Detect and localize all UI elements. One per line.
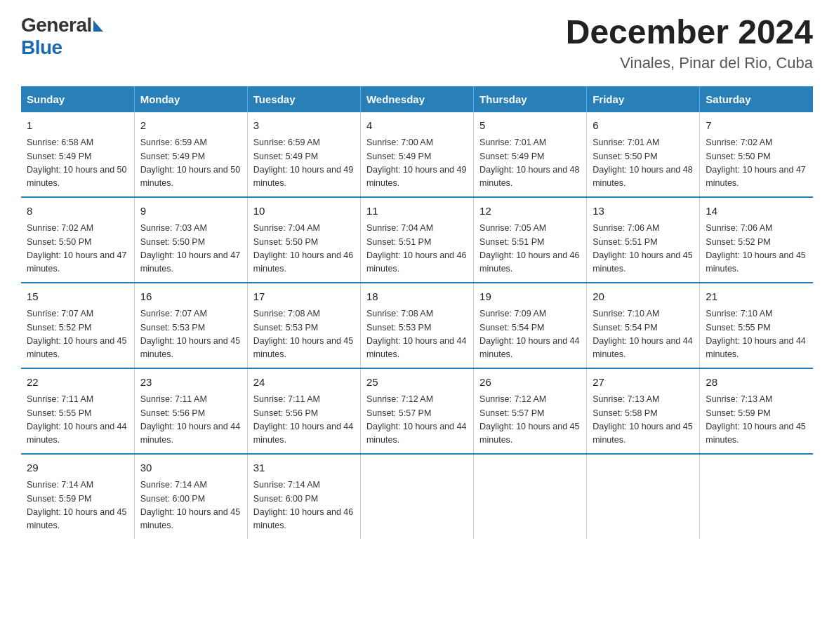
- day-cell: 28Sunrise: 7:13 AMSunset: 5:59 PMDayligh…: [700, 368, 813, 454]
- day-cell: 16Sunrise: 7:07 AMSunset: 5:53 PMDayligh…: [134, 283, 247, 368]
- day-cell: 27Sunrise: 7:13 AMSunset: 5:58 PMDayligh…: [587, 368, 700, 454]
- day-cell: 15Sunrise: 7:07 AMSunset: 5:52 PMDayligh…: [21, 283, 134, 368]
- day-sun-info: Sunrise: 7:04 AMSunset: 5:50 PMDaylight:…: [253, 222, 355, 276]
- day-of-week-thursday: Thursday: [474, 86, 587, 112]
- day-sun-info: Sunrise: 7:06 AMSunset: 5:51 PMDaylight:…: [593, 222, 694, 276]
- day-number: 9: [140, 203, 241, 220]
- day-number: 16: [140, 289, 241, 305]
- day-sun-info: Sunrise: 7:02 AMSunset: 5:50 PMDaylight:…: [27, 222, 128, 276]
- logo: General Blue: [21, 14, 103, 59]
- main-title: December 2024: [566, 14, 813, 51]
- day-sun-info: Sunrise: 7:06 AMSunset: 5:52 PMDaylight:…: [706, 222, 807, 276]
- week-row-1: 1Sunrise: 6:58 AMSunset: 5:49 PMDaylight…: [21, 112, 813, 197]
- day-sun-info: Sunrise: 7:11 AMSunset: 5:56 PMDaylight:…: [140, 393, 241, 448]
- day-sun-info: Sunrise: 7:12 AMSunset: 5:57 PMDaylight:…: [479, 393, 581, 448]
- week-row-3: 15Sunrise: 7:07 AMSunset: 5:52 PMDayligh…: [21, 283, 813, 368]
- day-number: 21: [706, 289, 807, 305]
- day-sun-info: Sunrise: 7:13 AMSunset: 5:59 PMDaylight:…: [706, 393, 807, 448]
- day-cell: 2Sunrise: 6:59 AMSunset: 5:49 PMDaylight…: [134, 112, 247, 197]
- day-sun-info: Sunrise: 6:59 AMSunset: 5:49 PMDaylight:…: [253, 136, 355, 191]
- day-number: 1: [27, 118, 128, 134]
- day-sun-info: Sunrise: 7:04 AMSunset: 5:51 PMDaylight:…: [366, 222, 468, 276]
- subtitle: Vinales, Pinar del Rio, Cuba: [566, 54, 813, 72]
- day-cell: 14Sunrise: 7:06 AMSunset: 5:52 PMDayligh…: [700, 197, 813, 283]
- day-number: 8: [27, 203, 128, 220]
- day-number: 19: [479, 289, 581, 305]
- day-number: 28: [706, 375, 807, 391]
- day-of-week-saturday: Saturday: [700, 86, 813, 112]
- day-cell: 3Sunrise: 6:59 AMSunset: 5:49 PMDaylight…: [247, 112, 360, 197]
- calendar-table: SundayMondayTuesdayWednesdayThursdayFrid…: [21, 86, 813, 539]
- day-cell: 19Sunrise: 7:09 AMSunset: 5:54 PMDayligh…: [474, 283, 587, 368]
- day-number: 5: [479, 118, 581, 134]
- day-sun-info: Sunrise: 7:14 AMSunset: 5:59 PMDaylight:…: [27, 478, 128, 533]
- day-of-week-sunday: Sunday: [21, 86, 134, 112]
- day-cell: [360, 454, 473, 539]
- day-number: 10: [253, 203, 355, 220]
- day-of-week-wednesday: Wednesday: [360, 86, 473, 112]
- title-section: December 2024 Vinales, Pinar del Rio, Cu…: [566, 14, 813, 72]
- day-number: 13: [593, 203, 694, 220]
- day-number: 6: [593, 118, 694, 134]
- calendar-header: SundayMondayTuesdayWednesdayThursdayFrid…: [21, 86, 813, 112]
- day-sun-info: Sunrise: 7:09 AMSunset: 5:54 PMDaylight:…: [479, 307, 581, 362]
- day-cell: [587, 454, 700, 539]
- day-sun-info: Sunrise: 7:14 AMSunset: 6:00 PMDaylight:…: [253, 478, 355, 533]
- day-cell: 23Sunrise: 7:11 AMSunset: 5:56 PMDayligh…: [134, 368, 247, 454]
- day-sun-info: Sunrise: 7:13 AMSunset: 5:58 PMDaylight:…: [593, 393, 694, 448]
- week-row-4: 22Sunrise: 7:11 AMSunset: 5:55 PMDayligh…: [21, 368, 813, 454]
- day-of-week-monday: Monday: [134, 86, 247, 112]
- day-cell: 22Sunrise: 7:11 AMSunset: 5:55 PMDayligh…: [21, 368, 134, 454]
- calendar-body: 1Sunrise: 6:58 AMSunset: 5:49 PMDaylight…: [21, 112, 813, 539]
- day-sun-info: Sunrise: 7:07 AMSunset: 5:53 PMDaylight:…: [140, 307, 241, 362]
- day-number: 27: [593, 375, 694, 391]
- day-cell: 25Sunrise: 7:12 AMSunset: 5:57 PMDayligh…: [360, 368, 473, 454]
- day-cell: 8Sunrise: 7:02 AMSunset: 5:50 PMDaylight…: [21, 197, 134, 283]
- days-of-week-row: SundayMondayTuesdayWednesdayThursdayFrid…: [21, 86, 813, 112]
- day-number: 12: [479, 203, 581, 220]
- day-cell: [474, 454, 587, 539]
- day-sun-info: Sunrise: 7:08 AMSunset: 5:53 PMDaylight:…: [253, 307, 355, 362]
- day-sun-info: Sunrise: 7:10 AMSunset: 5:54 PMDaylight:…: [593, 307, 694, 362]
- header: General Blue December 2024 Vinales, Pina…: [21, 14, 813, 72]
- day-sun-info: Sunrise: 7:01 AMSunset: 5:49 PMDaylight:…: [479, 136, 581, 191]
- day-of-week-tuesday: Tuesday: [247, 86, 360, 112]
- day-number: 15: [27, 289, 128, 305]
- day-number: 14: [706, 203, 807, 220]
- day-number: 30: [140, 460, 241, 476]
- day-number: 23: [140, 375, 241, 391]
- day-number: 7: [706, 118, 807, 134]
- day-number: 11: [366, 203, 468, 220]
- day-cell: 13Sunrise: 7:06 AMSunset: 5:51 PMDayligh…: [587, 197, 700, 283]
- day-cell: 7Sunrise: 7:02 AMSunset: 5:50 PMDaylight…: [700, 112, 813, 197]
- day-number: 25: [366, 375, 468, 391]
- day-number: 26: [479, 375, 581, 391]
- day-sun-info: Sunrise: 7:01 AMSunset: 5:50 PMDaylight:…: [593, 136, 694, 191]
- day-sun-info: Sunrise: 7:11 AMSunset: 5:56 PMDaylight:…: [253, 393, 355, 448]
- day-number: 20: [593, 289, 694, 305]
- day-sun-info: Sunrise: 7:05 AMSunset: 5:51 PMDaylight:…: [479, 222, 581, 276]
- day-sun-info: Sunrise: 6:58 AMSunset: 5:49 PMDaylight:…: [27, 136, 128, 191]
- day-cell: 21Sunrise: 7:10 AMSunset: 5:55 PMDayligh…: [700, 283, 813, 368]
- day-cell: 9Sunrise: 7:03 AMSunset: 5:50 PMDaylight…: [134, 197, 247, 283]
- day-number: 31: [253, 460, 355, 476]
- day-sun-info: Sunrise: 7:10 AMSunset: 5:55 PMDaylight:…: [706, 307, 807, 362]
- day-cell: 11Sunrise: 7:04 AMSunset: 5:51 PMDayligh…: [360, 197, 473, 283]
- day-number: 22: [27, 375, 128, 391]
- day-number: 4: [366, 118, 468, 134]
- week-row-5: 29Sunrise: 7:14 AMSunset: 5:59 PMDayligh…: [21, 454, 813, 539]
- day-cell: 30Sunrise: 7:14 AMSunset: 6:00 PMDayligh…: [134, 454, 247, 539]
- day-sun-info: Sunrise: 7:08 AMSunset: 5:53 PMDaylight:…: [366, 307, 468, 362]
- day-cell: 5Sunrise: 7:01 AMSunset: 5:49 PMDaylight…: [474, 112, 587, 197]
- day-of-week-friday: Friday: [587, 86, 700, 112]
- day-cell: 17Sunrise: 7:08 AMSunset: 5:53 PMDayligh…: [247, 283, 360, 368]
- day-sun-info: Sunrise: 7:12 AMSunset: 5:57 PMDaylight:…: [366, 393, 468, 448]
- day-number: 3: [253, 118, 355, 134]
- day-cell: 18Sunrise: 7:08 AMSunset: 5:53 PMDayligh…: [360, 283, 473, 368]
- day-cell: 31Sunrise: 7:14 AMSunset: 6:00 PMDayligh…: [247, 454, 360, 539]
- day-number: 24: [253, 375, 355, 391]
- day-sun-info: Sunrise: 7:00 AMSunset: 5:49 PMDaylight:…: [366, 136, 468, 191]
- day-cell: 12Sunrise: 7:05 AMSunset: 5:51 PMDayligh…: [474, 197, 587, 283]
- day-cell: 6Sunrise: 7:01 AMSunset: 5:50 PMDaylight…: [587, 112, 700, 197]
- day-cell: 1Sunrise: 6:58 AMSunset: 5:49 PMDaylight…: [21, 112, 134, 197]
